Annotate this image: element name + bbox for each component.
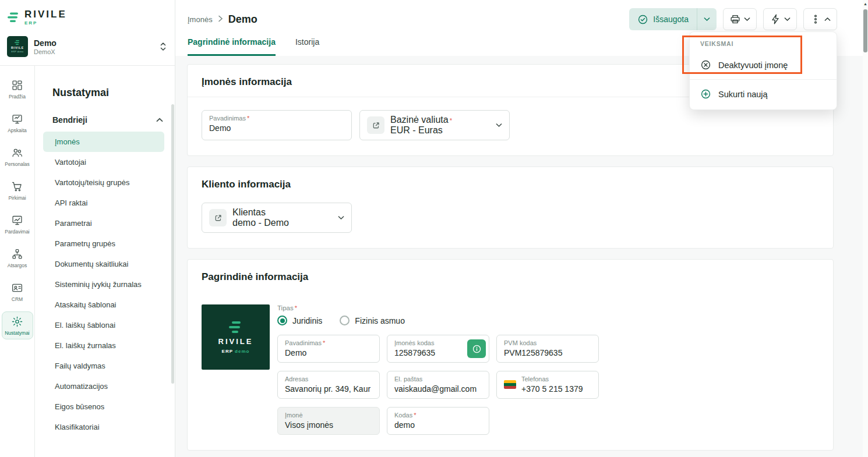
company-code-lookup-button[interactable] xyxy=(467,339,486,358)
rail-item-pardavimai[interactable]: Pardavimai xyxy=(2,210,33,238)
sidebar-section-bendrieji[interactable]: Bendrieji xyxy=(35,111,175,132)
sidebar-item-el-laisku-sablonai[interactable]: El. laiškų šablonai xyxy=(43,315,164,335)
address-field[interactable]: Adresas Savanorių pr. 349, Kaur xyxy=(277,371,380,399)
settings-menu: Nustatymai Bendrieji Įmonės Vartotojai V… xyxy=(35,66,175,457)
saved-label: Išsaugota xyxy=(653,15,689,24)
automation-button[interactable] xyxy=(763,8,797,30)
tab-pagrindine-informacija[interactable]: Pagrindinė informacija xyxy=(188,37,276,56)
rail-item-atsargos[interactable]: Atsargos xyxy=(2,244,33,272)
base-currency-value: EUR - Euras xyxy=(390,125,490,136)
rail-item-pradzia[interactable]: Pradžia xyxy=(2,75,33,103)
page-scrollbar[interactable]: ▲ xyxy=(863,0,868,457)
sidebar-item-dokumentu-skaitliukai[interactable]: Dokumentų skaitliukai xyxy=(43,254,164,274)
company-scope-field: Įmonė Visos įmonės xyxy=(277,407,380,435)
chevron-up-icon xyxy=(156,118,163,122)
chevron-down-icon xyxy=(496,123,502,127)
crm-icon xyxy=(11,282,23,294)
company-name: Demo xyxy=(34,38,154,48)
base-currency-select[interactable]: Bazinė valiuta* EUR - Euras xyxy=(359,110,510,140)
sidebar-items: Įmonės Vartotojai Vartotojų/teisių grupė… xyxy=(35,132,175,437)
rail-item-nustatymai[interactable]: Nustatymai xyxy=(2,311,33,339)
client-value: demo - Demo xyxy=(232,218,332,228)
rail-item-personalas[interactable]: Personalas xyxy=(2,143,33,171)
toolbar-actions: Išsaugota xyxy=(629,8,837,30)
sidebar-item-klasifikatoriai[interactable]: Klasifikatoriai xyxy=(43,417,164,437)
sidebar-item-automatizacijos[interactable]: Automatizacijos xyxy=(43,376,164,396)
print-button[interactable] xyxy=(723,8,757,30)
company-name-field[interactable]: Pavadinimas* Demo xyxy=(202,110,352,140)
external-link-icon[interactable] xyxy=(209,209,227,226)
gear-icon xyxy=(11,316,23,328)
external-link-icon[interactable] xyxy=(367,116,384,134)
unfold-icon xyxy=(160,41,167,52)
card-main-info: Pagrindinė informacija RIVILE ERP demo T… xyxy=(187,259,834,451)
rivile-logo-icon xyxy=(7,11,20,24)
more-actions-button[interactable] xyxy=(803,8,837,30)
left-sidebar: RIVILE ERP RIVILE ERP demo Demo DemoX xyxy=(0,0,175,457)
sales-icon xyxy=(11,214,23,226)
breadcrumb: Įmonės Demo xyxy=(188,13,257,26)
brand-name: RIVILE xyxy=(24,9,67,19)
sidebar-item-api-raktai[interactable]: API raktai xyxy=(43,193,164,213)
inventory-icon xyxy=(11,248,23,260)
sidebar-item-failu-valdymas[interactable]: Failų valdymas xyxy=(43,356,164,376)
lithuania-flag-icon[interactable] xyxy=(504,380,516,389)
content-area: Įmonės informacija Pavadinimas* Demo Baz… xyxy=(175,56,868,457)
dashboard-icon xyxy=(11,79,23,91)
saved-split-button[interactable]: Išsaugota xyxy=(629,8,717,30)
breadcrumb-parent[interactable]: Įmonės xyxy=(188,15,213,24)
menu-header: VEIKSMAI xyxy=(690,38,837,52)
tab-istorija[interactable]: Istorija xyxy=(295,37,319,56)
company-logo-image: RIVILE ERP demo xyxy=(202,304,270,370)
menu-item-create-new[interactable]: Sukurti naują xyxy=(690,81,837,107)
sidebar-item-sisteminiu-ivykiu-zurnalas[interactable]: Sisteminių įvykių žurnalas xyxy=(43,274,164,295)
vat-code-field[interactable]: PVM kodas PVM125879635 xyxy=(496,335,599,363)
code-field[interactable]: Kodas* demo xyxy=(387,407,489,435)
sidebar-item-vartotojai[interactable]: Vartotojai xyxy=(43,152,164,172)
radio-juridinis[interactable]: Juridinis xyxy=(277,316,322,325)
type-radio-group: Juridinis Fizinis asmuo xyxy=(277,316,819,325)
zap-icon xyxy=(770,13,781,25)
icon-rail: Pradžia Apskaita Personalas Pirkimai Par… xyxy=(0,66,35,457)
actions-dropdown-menu: VEIKSMAI Deaktyvuoti įmonę Sukurti naują xyxy=(689,31,837,110)
card-title: Kliento informacija xyxy=(188,167,833,199)
plus-circle-icon xyxy=(700,88,711,100)
company-code: DemoX xyxy=(34,48,154,55)
info-icon xyxy=(472,344,482,354)
chevron-down-icon xyxy=(338,215,344,220)
sidebar-item-parametru-grupes[interactable]: Parametrų grupės xyxy=(43,233,164,254)
client-select[interactable]: Klientas demo - Demo xyxy=(202,203,352,233)
app-root: RIVILE ERP RIVILE ERP demo Demo DemoX xyxy=(0,0,868,457)
people-icon xyxy=(11,147,23,159)
sidebar-item-ataskaitu-sablonai[interactable]: Ataskaitų šablonai xyxy=(43,295,164,315)
chevron-right-icon xyxy=(218,14,223,24)
saved-dropdown-caret[interactable] xyxy=(697,8,717,30)
radio-fizinis-asmuo[interactable]: Fizinis asmuo xyxy=(340,316,405,325)
menu-divider xyxy=(690,79,837,80)
scrollbar-thumb[interactable] xyxy=(863,9,867,52)
rail-item-apskaita[interactable]: Apskaita xyxy=(2,109,33,137)
kebab-icon xyxy=(810,13,821,25)
company-name-value: Demo xyxy=(209,123,344,133)
page-title: Demo xyxy=(228,13,257,26)
menu-item-deactivate-company[interactable]: Deaktyvuoti įmonę xyxy=(690,52,837,78)
sidebar-item-vartotoju-grupes[interactable]: Vartotojų/teisių grupės xyxy=(43,172,164,193)
rail-item-pirkimai[interactable]: Pirkimai xyxy=(2,176,33,204)
sidebar-item-imones[interactable]: Įmonės xyxy=(43,132,164,152)
app-logo: RIVILE ERP xyxy=(0,0,175,33)
sidebar-item-eigos-busenos[interactable]: Eigos būsenos xyxy=(43,396,164,417)
scrollbar-up-arrow[interactable]: ▲ xyxy=(863,0,868,6)
name-field[interactable]: Pavadinimas* Demo xyxy=(277,335,380,363)
sidebar-item-parametrai[interactable]: Parametrai xyxy=(43,213,164,233)
check-circle-icon xyxy=(637,14,648,25)
sidebar-title: Nustatymai xyxy=(35,80,175,111)
company-switcher[interactable]: RIVILE ERP demo Demo DemoX xyxy=(0,33,175,66)
company-code-field[interactable]: Įmonės kodas 125879635 xyxy=(387,335,489,363)
email-field[interactable]: El. paštas vaiskauda@gmail.com xyxy=(387,371,489,399)
sidebar-item-el-laisku-zurnalas[interactable]: El. laiškų žurnalas xyxy=(43,335,164,356)
printer-icon xyxy=(729,13,741,25)
rail-item-crm[interactable]: CRM xyxy=(2,278,33,306)
topbar: Įmonės Demo Išsaugota xyxy=(175,0,868,35)
phone-field[interactable]: Telefonas +370 5 215 1379 xyxy=(496,371,599,399)
sidebar-scrollbar[interactable] xyxy=(171,104,174,384)
